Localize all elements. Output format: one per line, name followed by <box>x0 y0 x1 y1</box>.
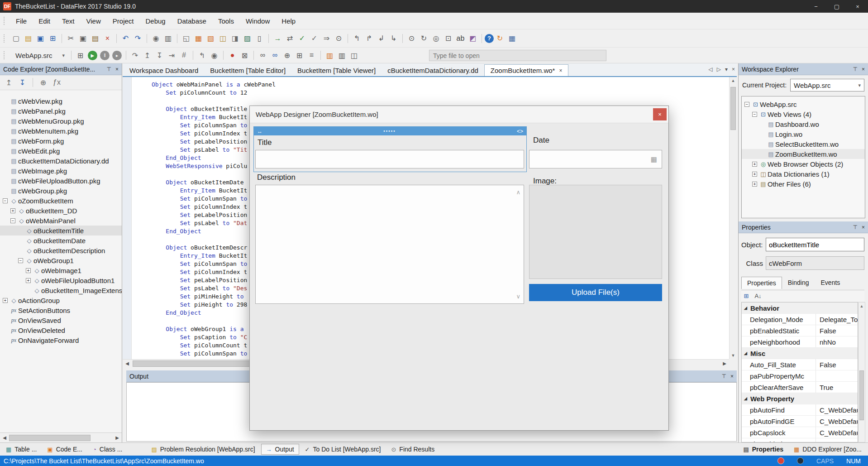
toolbar-icon[interactable] <box>193 51 193 60</box>
columns-edit-icon[interactable]: ▥ <box>324 49 336 61</box>
find-icon[interactable]: ⊙ <box>405 33 418 44</box>
tree-item[interactable]: cWebImage.pkg <box>0 166 122 176</box>
toolbar-icon[interactable] <box>147 34 147 43</box>
open-folder-icon[interactable]: ▤ <box>22 33 34 44</box>
file-open-input[interactable] <box>429 50 606 61</box>
upload-files-button[interactable]: Upload File(s) <box>529 284 662 301</box>
copy-icon[interactable]: ▣ <box>77 33 89 44</box>
toolbar-icon[interactable] <box>482 34 482 43</box>
tab-list-icon[interactable]: ▾ <box>725 66 728 72</box>
scroll-up-icon[interactable]: ∧ <box>516 189 520 196</box>
tree-expander-icon[interactable]: + <box>3 298 8 303</box>
help-icon[interactable]: ? <box>485 34 494 43</box>
tree-item[interactable]: cWebFileUploadButton.pkg <box>0 176 122 186</box>
scroll-right-icon[interactable]: ▶ <box>113 435 122 440</box>
property-row[interactable]: peNeighborhood nhNo <box>742 336 858 348</box>
tree-item[interactable]: cWebMenuItem.pkg <box>0 126 122 136</box>
sort-alpha-icon[interactable]: A↓ <box>753 291 763 300</box>
scroll-left-icon[interactable]: ◀ <box>123 361 132 366</box>
tab-find-results[interactable]: ⊙ Find Results <box>386 444 439 454</box>
menu-item[interactable]: Database <box>172 15 212 27</box>
menu-item[interactable]: Help <box>276 15 301 27</box>
report-icon[interactable]: ▯ <box>253 33 266 44</box>
tree-expander-icon[interactable] <box>18 228 23 233</box>
minimize-button[interactable]: − <box>806 0 826 13</box>
toolbar-icon[interactable] <box>268 34 269 43</box>
property-row[interactable]: Misc <box>742 348 858 359</box>
tree-expander-icon[interactable] <box>3 328 8 333</box>
paste-icon[interactable]: ▤ <box>89 33 101 44</box>
tree-item[interactable]: − oWebGroup1 <box>0 255 122 265</box>
toolbar-icon[interactable] <box>126 51 126 60</box>
property-value[interactable]: True <box>816 384 858 391</box>
database-builder-icon[interactable]: ◫ <box>217 33 229 44</box>
sync-from-code-icon[interactable]: ↧ <box>16 77 29 88</box>
web-inspector-icon[interactable]: ⊕ <box>281 49 293 61</box>
object-name-input[interactable] <box>766 238 864 251</box>
tree-expander-icon[interactable]: + <box>752 162 757 167</box>
step-icon[interactable]: ▸ <box>112 51 122 60</box>
property-row[interactable]: paPubPropertyMc <box>742 370 858 382</box>
tree-item[interactable]: oBucketItemDescription <box>0 245 122 255</box>
run-project-icon[interactable]: → <box>272 33 284 44</box>
scroll-thumb[interactable] <box>730 87 736 130</box>
resize-horizontal-icon[interactable]: ↔ <box>257 128 262 135</box>
menu-item[interactable]: View <box>81 15 107 27</box>
editor-vscrollbar[interactable]: ▲ ▼ <box>729 77 737 359</box>
close-icon[interactable]: × <box>115 66 119 72</box>
list-view-icon[interactable]: ≡ <box>305 49 318 61</box>
save-icon[interactable]: ▣ <box>34 33 47 44</box>
validate-icon[interactable]: ✓ <box>296 33 308 44</box>
columns-icon[interactable]: ▥ <box>336 49 348 61</box>
refresh-icon[interactable]: ↻ <box>494 33 506 44</box>
zoom-tool-icon[interactable]: ⊙ <box>333 33 345 44</box>
palette-icon[interactable]: ◩ <box>467 33 479 44</box>
tree-item[interactable]: ZoomBucketItem.wo <box>742 149 865 159</box>
property-row[interactable]: Behavior <box>742 303 858 314</box>
undo-icon[interactable]: ↶ <box>119 33 132 44</box>
tree-expander-icon[interactable]: + <box>10 208 15 213</box>
tree-expander-icon[interactable] <box>3 168 8 173</box>
tree-expander-icon[interactable] <box>760 132 765 137</box>
property-row[interactable]: pbAutoFind C_WebDefault <box>742 404 858 416</box>
scroll-up-icon[interactable]: ▲ <box>858 304 865 308</box>
toolbar-icon[interactable] <box>348 34 348 43</box>
tree-expander-icon[interactable] <box>18 238 23 243</box>
tree-expander-icon[interactable]: − <box>744 102 749 107</box>
goto-line-icon[interactable]: # <box>178 49 190 61</box>
tree-expander-icon[interactable] <box>760 142 765 147</box>
menu-item[interactable]: Window <box>240 15 276 27</box>
tree-item[interactable]: + Other Files (6) <box>742 179 865 189</box>
pin-icon[interactable]: ⊤ <box>853 66 858 72</box>
tree-expander-icon[interactable]: + <box>26 278 31 283</box>
property-value[interactable]: False <box>816 327 858 335</box>
pin-icon[interactable]: ⊤ <box>722 373 726 380</box>
document-tab[interactable]: Workspace Dashboard <box>124 64 204 76</box>
goto-next-icon[interactable]: ↲ <box>375 33 387 44</box>
pause-icon[interactable]: ‖ <box>100 51 110 60</box>
tree-expander-icon[interactable] <box>3 318 8 323</box>
tree-item[interactable]: Login.wo <box>742 129 865 139</box>
tree-item[interactable]: OnViewDeleted <box>0 325 122 335</box>
print-icon[interactable]: ▥ <box>162 33 174 44</box>
tree-item[interactable]: oBucketItem_ImageExtensic <box>0 285 122 295</box>
tab-close-icon[interactable]: × <box>559 67 562 74</box>
table-viewer-icon[interactable]: ▧ <box>205 33 217 44</box>
tree-item[interactable]: oBucketItemTitle <box>0 226 122 235</box>
tab-class-palette[interactable]: ◔ Class ... <box>88 444 127 454</box>
restore-button[interactable]: ▢ <box>826 0 847 13</box>
property-grid-scrollbar[interactable]: ▲ <box>858 302 865 442</box>
toolbar-icon[interactable] <box>402 34 403 43</box>
stack-down-icon[interactable]: ↧ <box>153 49 166 61</box>
toolbar-icon[interactable] <box>62 34 62 43</box>
delete-icon[interactable]: × <box>101 33 114 44</box>
tree-item[interactable]: SetActionButtons <box>0 305 122 315</box>
watch-icon[interactable]: ∞ <box>257 49 269 61</box>
scroll-left-icon[interactable]: ◀ <box>0 435 9 440</box>
compile-icon[interactable]: ⊞ <box>74 49 86 61</box>
close-button[interactable]: × <box>847 0 868 13</box>
close-icon[interactable]: × <box>862 66 865 72</box>
tab-properties[interactable]: ▤ Properties <box>739 444 788 454</box>
tree-item[interactable]: + oActionGroup <box>0 295 122 305</box>
tree-expander-icon[interactable] <box>3 188 8 193</box>
